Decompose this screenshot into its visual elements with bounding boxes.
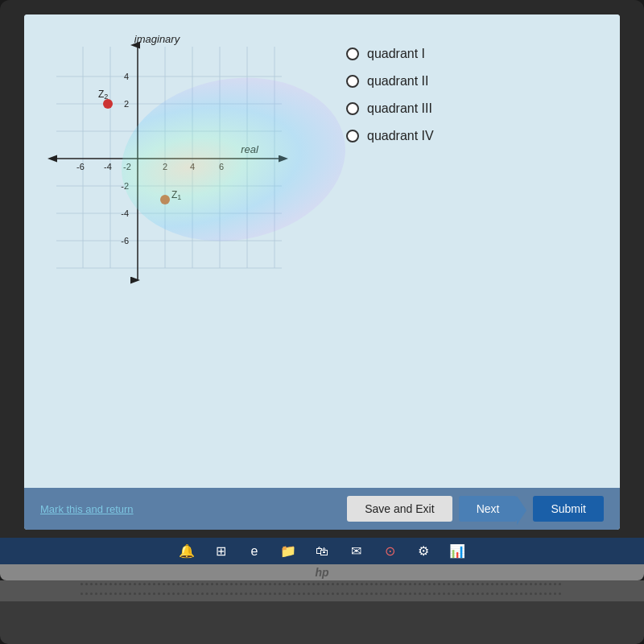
taskbar-edge-icon[interactable]: e	[245, 542, 264, 561]
svg-text:4: 4	[190, 162, 195, 171]
taskbar-mail-icon[interactable]: ✉	[346, 542, 365, 561]
laptop-screen-bezel: -6 -4 -2 2 4 6 4 2 -2 -4 -6 imaginary re…	[0, 0, 644, 538]
keyboard-area	[0, 601, 644, 644]
submit-button[interactable]: Submit	[533, 496, 604, 522]
real-axis-label: real	[241, 143, 259, 155]
option-quadrant-3-label: quadrant III	[367, 101, 432, 116]
svg-text:6: 6	[219, 162, 224, 171]
mark-return-link[interactable]: Mark this and return	[40, 503, 134, 515]
radio-quadrant-2[interactable]	[346, 75, 359, 88]
taskbar-notification-icon[interactable]: 🔔	[177, 542, 196, 561]
coordinate-graph: -6 -4 -2 2 4 6 4 2 -2 -4 -6 imaginary re…	[40, 31, 298, 304]
save-exit-button[interactable]: Save and Exit	[347, 496, 452, 522]
radio-quadrant-3[interactable]	[346, 102, 359, 115]
taskbar-teams-icon[interactable]: 📊	[448, 542, 467, 561]
svg-text:-4: -4	[121, 208, 129, 218]
svg-text:-6: -6	[121, 236, 129, 246]
taskbar: 🔔 ⊞ e 📁 🛍 ✉ ⊙ ⚙ 📊	[0, 538, 644, 564]
question-area: quadrant I quadrant II quadrant III quad…	[346, 31, 596, 480]
graph-container: -6 -4 -2 2 4 6 4 2 -2 -4 -6 imaginary re…	[40, 31, 314, 480]
svg-text:-4: -4	[104, 162, 112, 171]
option-quadrant-3[interactable]: quadrant III	[346, 101, 596, 116]
svg-text:2: 2	[163, 162, 167, 171]
radio-quadrant-1[interactable]	[346, 47, 359, 60]
option-quadrant-4-label: quadrant IV	[367, 129, 434, 143]
z1-label: Z1	[171, 189, 181, 201]
option-quadrant-4[interactable]: quadrant IV	[346, 129, 596, 143]
taskbar-windows-icon[interactable]: ⊞	[211, 542, 230, 561]
z2-label: Z2	[98, 89, 108, 101]
action-buttons: Save and Exit Next Submit	[347, 496, 604, 522]
option-quadrant-2[interactable]: quadrant II	[346, 74, 596, 89]
svg-text:-2: -2	[121, 181, 129, 191]
next-button[interactable]: Next	[459, 496, 518, 522]
svg-text:-2: -2	[123, 162, 131, 171]
point-z1	[160, 195, 170, 204]
option-quadrant-1[interactable]: quadrant I	[346, 47, 596, 61]
speaker-grille: // Generate speaker dots for(let i=0; i<…	[0, 580, 644, 601]
option-quadrant-1-label: quadrant I	[367, 47, 425, 61]
imaginary-axis-label: imaginary	[134, 33, 181, 45]
content-area: -6 -4 -2 2 4 6 4 2 -2 -4 -6 imaginary re…	[24, 14, 620, 488]
taskbar-folder-icon[interactable]: 📁	[279, 542, 298, 561]
bottom-toolbar: Mark this and return Save and Exit Next …	[24, 488, 620, 530]
radio-quadrant-4[interactable]	[346, 130, 359, 142]
speaker-dots: // Generate speaker dots for(let i=0; i<…	[80, 583, 564, 599]
laptop-base: hp	[0, 564, 644, 580]
taskbar-store-icon[interactable]: 🛍	[312, 542, 332, 561]
svg-text:4: 4	[124, 72, 129, 81]
taskbar-settings-icon[interactable]: ⚙	[414, 542, 433, 561]
option-quadrant-2-label: quadrant II	[367, 74, 429, 89]
svg-text:2: 2	[124, 99, 129, 109]
svg-text:-6: -6	[76, 162, 85, 171]
taskbar-chrome-icon[interactable]: ⊙	[380, 542, 399, 561]
hp-logo: hp	[315, 566, 328, 579]
screen: -6 -4 -2 2 4 6 4 2 -2 -4 -6 imaginary re…	[24, 14, 620, 530]
